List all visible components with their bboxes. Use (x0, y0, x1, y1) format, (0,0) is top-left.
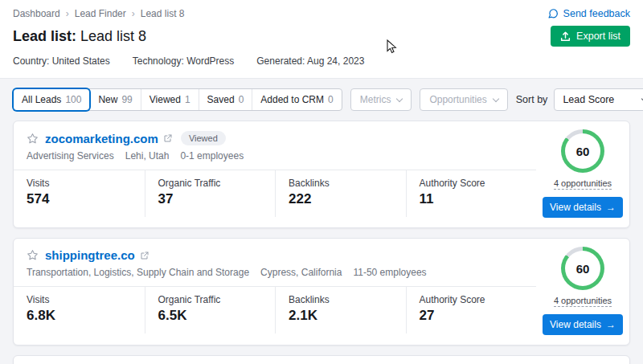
metric-visits: Visits 6.8K (14, 287, 145, 333)
metric-value: 6.8K (27, 308, 132, 324)
metric-value: 27 (420, 308, 524, 324)
metric-label: Backlinks (289, 178, 393, 189)
lead-filter-tabs: All Leads 100 New 99 Viewed 1 Saved 0 Ad… (13, 88, 342, 111)
meta-technology: Technology: WordPress (133, 55, 235, 67)
tab-added-to-crm-label: Added to CRM (260, 94, 324, 105)
metric-value: 6.5K (158, 308, 263, 324)
metric-label: Authority Score (420, 294, 524, 305)
lead-card: zocomarketing.com Viewed Advertising Ser… (13, 121, 630, 228)
metric-visits: Visits 574 (14, 170, 145, 217)
metric-label: Organic Traffic (158, 178, 263, 189)
chevron-separator-icon: › (66, 8, 69, 19)
star-icon[interactable] (27, 249, 39, 261)
viewed-badge: Viewed (181, 131, 226, 145)
opportunities-dropdown[interactable]: Opportunities (420, 88, 507, 111)
metric-label: Authority Score (420, 178, 524, 189)
tab-viewed[interactable]: Viewed 1 (141, 89, 199, 110)
external-link-icon (163, 133, 173, 143)
export-list-button[interactable]: Export list (551, 26, 630, 47)
metric-backlinks: Backlinks 2.1K (275, 287, 406, 333)
filter-bar: All Leads 100 New 99 Viewed 1 Saved 0 Ad… (0, 79, 643, 119)
lead-metrics: Visits 6.8K Organic Traffic 6.5K Backlin… (14, 286, 536, 333)
chevron-down-icon (493, 95, 499, 101)
breadcrumb-item-dashboard[interactable]: Dashboard (13, 8, 60, 19)
tab-all-leads-count: 100 (65, 94, 81, 105)
breadcrumb: Dashboard › Lead Finder › Lead list 8 (13, 8, 184, 19)
page-title-label: Lead list: (13, 28, 76, 44)
view-details-button[interactable]: View details → (543, 197, 623, 218)
lead-subtitle: Transportation, Logistics, Supply Chain … (27, 267, 523, 278)
view-details-button[interactable]: View details → (543, 314, 623, 335)
lead-list: zocomarketing.com Viewed Advertising Ser… (0, 119, 643, 364)
lead-industry: Advertising Services (27, 150, 114, 162)
chevron-separator-icon: › (132, 8, 135, 19)
domain-text: shippingtree.co (45, 248, 135, 262)
domain-link[interactable]: shippingtree.co (45, 248, 149, 262)
sort-select-value: Lead Score (563, 94, 614, 105)
opportunities-link[interactable]: 4 opportunities (554, 296, 612, 307)
lead-industry: Transportation, Logistics, Supply Chain … (27, 267, 249, 278)
lead-score-ring: 60 (561, 247, 604, 290)
chevron-down-icon (396, 95, 403, 101)
external-link-icon (140, 251, 149, 260)
metric-organic-traffic: Organic Traffic 6.5K (145, 287, 276, 333)
metric-label: Organic Traffic (158, 294, 263, 305)
tab-viewed-label: Viewed (149, 94, 181, 105)
metric-value: 574 (27, 191, 132, 207)
lead-score-value: 60 (576, 262, 590, 276)
lead-employees: 11-50 employees (353, 267, 426, 278)
export-icon (560, 31, 571, 42)
opportunities-dropdown-label: Opportunities (429, 94, 486, 105)
breadcrumb-item-lead-finder[interactable]: Lead Finder (75, 8, 126, 19)
star-icon[interactable] (27, 133, 39, 145)
send-feedback-label: Send feedback (563, 8, 630, 19)
opportunities-link[interactable]: 4 opportunities (554, 178, 612, 190)
tab-new-label: New (98, 94, 117, 105)
tab-saved-label: Saved (207, 94, 235, 105)
lead-card: shippingtree.co Transportation, Logistic… (13, 238, 630, 346)
lead-subtitle: Advertising Services Lehi, Utah 0-1 empl… (27, 150, 523, 162)
metric-organic-traffic: Organic Traffic 37 (145, 170, 276, 217)
tab-viewed-count: 1 (185, 94, 190, 105)
lead-score-value: 60 (576, 145, 590, 158)
tab-saved-count: 0 (239, 94, 244, 105)
meta-country: Country: United States (13, 55, 110, 67)
send-feedback-link[interactable]: Send feedback (547, 8, 630, 19)
page-title: Lead list: Lead list 8 (13, 28, 146, 45)
arrow-right-icon: → (606, 202, 616, 213)
tab-all-leads-label: All Leads (22, 94, 61, 105)
breadcrumb-item-current: Lead list 8 (141, 8, 185, 19)
metric-value: 11 (420, 191, 524, 207)
tab-new-count: 99 (121, 94, 132, 105)
tab-all-leads[interactable]: All Leads 100 (14, 89, 89, 110)
domain-link[interactable]: zocomarketing.com (45, 132, 173, 145)
metric-value: 37 (158, 191, 263, 207)
meta-generated: Generated: Aug 24, 2023 (256, 55, 364, 67)
metric-label: Visits (27, 294, 132, 305)
metrics-dropdown[interactable]: Metrics (350, 88, 412, 111)
view-details-label: View details (550, 202, 601, 213)
tab-added-to-crm-count: 0 (328, 94, 334, 105)
view-details-label: View details (550, 319, 601, 330)
tab-saved[interactable]: Saved 0 (199, 89, 252, 110)
list-meta: Country: United States Technology: WordP… (13, 55, 630, 67)
feedback-bubble-icon (547, 8, 559, 19)
metric-backlinks: Backlinks 222 (275, 170, 406, 217)
metric-label: Backlinks (289, 294, 393, 305)
page-title-value: Lead list 8 (80, 28, 146, 44)
metric-value: 2.1K (289, 308, 393, 324)
metrics-dropdown-label: Metrics (360, 94, 391, 105)
tab-added-to-crm[interactable]: Added to CRM 0 (252, 89, 341, 110)
metric-value: 222 (289, 191, 393, 207)
sort-by-label: Sort by (516, 94, 548, 105)
lead-card: amhydro.com Farming Arcata, CA 11-50 emp… (13, 355, 630, 364)
metric-authority-score: Authority Score 27 (406, 287, 537, 333)
sort-select[interactable]: Lead Score (554, 88, 643, 111)
export-list-label: Export list (576, 31, 620, 42)
lead-score-ring: 60 (561, 129, 604, 173)
lead-location: Cypress, California (260, 267, 342, 278)
arrow-right-icon: → (606, 319, 616, 330)
top-header: Dashboard › Lead Finder › Lead list 8 Se… (0, 0, 643, 79)
lead-location: Lehi, Utah (125, 150, 170, 162)
tab-new[interactable]: New 99 (89, 89, 140, 110)
